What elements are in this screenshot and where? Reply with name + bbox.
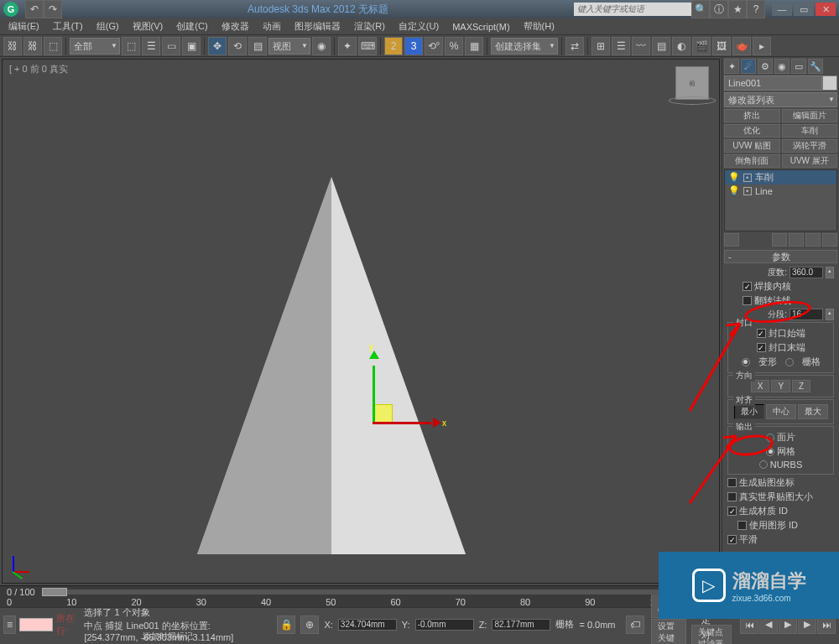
unlink-button[interactable]: ⛓̷: [23, 37, 42, 55]
pin-stack-button[interactable]: [724, 233, 739, 247]
keymode-button[interactable]: ⌨: [358, 37, 377, 55]
scale-button[interactable]: ▤: [248, 37, 267, 55]
modifier-stack[interactable]: 💡▪车削💡▪Line: [724, 169, 837, 231]
viewcube[interactable]: 前: [675, 66, 709, 100]
degrees-spinner[interactable]: 360.0: [789, 267, 823, 278]
menu-修改器[interactable]: 修改器: [216, 18, 254, 34]
menu-自定义(U)[interactable]: 自定义(U): [393, 18, 444, 34]
stack-item[interactable]: 💡▪车削: [725, 170, 836, 184]
menu-图形编辑器[interactable]: 图形编辑器: [289, 18, 346, 34]
output-patch-radio[interactable]: [766, 434, 774, 442]
modbtn-编辑面片[interactable]: 编辑面片: [782, 109, 838, 122]
make-unique-button[interactable]: [789, 233, 804, 247]
dir-z-button[interactable]: Z: [792, 380, 810, 392]
dir-x-button[interactable]: X: [751, 380, 770, 392]
rotate-button[interactable]: ⟲: [228, 37, 247, 55]
dir-y-button[interactable]: Y: [771, 380, 790, 392]
time-slider-handle[interactable]: [42, 588, 67, 596]
snap3d-button[interactable]: 3: [404, 37, 423, 55]
align-button[interactable]: ⊞: [591, 37, 610, 55]
refcoord-dropdown[interactable]: 视图: [268, 38, 310, 55]
layer-button[interactable]: ☰: [612, 37, 630, 55]
modifier-list-dropdown[interactable]: 修改器列表: [724, 92, 837, 107]
modbtn-涡轮平滑[interactable]: 涡轮平滑: [782, 139, 838, 153]
menu-编辑(E)[interactable]: 编辑(E): [3, 18, 44, 34]
menu-动画[interactable]: 动画: [258, 18, 286, 34]
absolute-mode-button[interactable]: ⊕: [300, 615, 319, 634]
menu-视图(V)[interactable]: 视图(V): [128, 18, 169, 34]
output-mesh-radio[interactable]: [766, 448, 774, 456]
segments-spinner[interactable]: 16: [789, 309, 823, 320]
hierarchy-tab[interactable]: ⚙: [758, 59, 773, 74]
restore-button[interactable]: ▭: [794, 3, 814, 16]
help-search-input[interactable]: 键入关键字或短语: [574, 3, 691, 16]
menu-组(G)[interactable]: 组(G): [91, 18, 124, 34]
move-gizmo[interactable]: y x: [367, 357, 435, 424]
help-dropdown[interactable]: ?: [747, 0, 765, 18]
flip-normals-checkbox[interactable]: [743, 296, 752, 305]
create-tab[interactable]: ✦: [724, 59, 739, 74]
menu-渲染(R)[interactable]: 渲染(R): [349, 18, 390, 34]
star-icon[interactable]: ★: [728, 0, 747, 18]
select-button[interactable]: ⬚: [122, 37, 140, 55]
stack-item[interactable]: 💡▪Line: [725, 184, 836, 197]
app-icon[interactable]: G: [3, 2, 18, 17]
addtime-label[interactable]: 添加时间标记: [143, 631, 193, 642]
menu-帮助(H)[interactable]: 帮助(H): [519, 18, 560, 34]
link-button[interactable]: ⛓: [3, 37, 22, 55]
select-name-button[interactable]: ☰: [142, 37, 160, 55]
motion-tab[interactable]: ◉: [774, 59, 789, 74]
menu-MAXScript(M)[interactable]: MAXScript(M): [447, 20, 514, 34]
coord-y-input[interactable]: -0.0mm: [415, 619, 474, 631]
render-frame-button[interactable]: 🖼: [712, 37, 731, 55]
smooth-checkbox[interactable]: ✓: [727, 535, 737, 544]
modbtn-车削[interactable]: 车削: [782, 124, 838, 138]
configure-sets-button[interactable]: [822, 233, 837, 247]
params-rollout-header[interactable]: 参数: [724, 250, 837, 263]
gen-map-checkbox[interactable]: [727, 478, 737, 487]
modbtn-挤出[interactable]: 挤出: [724, 109, 780, 122]
morph-radio[interactable]: [742, 358, 750, 366]
gen-mat-checkbox[interactable]: ✓: [727, 506, 737, 516]
coord-z-input[interactable]: 82.177mm: [492, 619, 550, 631]
render-setup-button[interactable]: 🎬: [692, 37, 711, 55]
real-world-checkbox[interactable]: [727, 492, 737, 501]
show-result-button[interactable]: [772, 233, 787, 247]
modify-tab[interactable]: ☄: [741, 59, 756, 74]
angle-snap-button[interactable]: ⟲°: [425, 37, 443, 55]
gizmo-xy-plane[interactable]: [374, 404, 393, 423]
mirror-button[interactable]: ⇄: [565, 37, 584, 55]
align-min-button[interactable]: 最小: [734, 404, 764, 419]
named-selset-dropdown[interactable]: 创建选择集: [491, 38, 558, 55]
gizmo-y-axis[interactable]: [373, 366, 375, 424]
modbtn-优化[interactable]: 优化: [724, 124, 780, 138]
spinner-snap-button[interactable]: ▦: [465, 37, 483, 55]
schematic-button[interactable]: ▤: [652, 37, 670, 55]
object-color-swatch[interactable]: [822, 75, 837, 91]
viewport-front[interactable]: [ + 0 前 0 真实 前 y x: [2, 59, 720, 584]
window-crossing-button[interactable]: ▣: [182, 37, 201, 55]
time-tag-button[interactable]: 🏷: [626, 615, 644, 634]
info-icon[interactable]: ⓘ: [710, 0, 728, 18]
align-max-button[interactable]: 最大: [798, 404, 828, 419]
rect-select-button[interactable]: ▭: [162, 37, 180, 55]
weld-core-checkbox[interactable]: ✓: [743, 282, 752, 291]
minimize-button[interactable]: —: [772, 3, 792, 16]
pivot-button[interactable]: ◉: [312, 37, 331, 55]
gizmo-x-axis[interactable]: [373, 422, 431, 424]
redo-button[interactable]: ↷: [44, 0, 62, 18]
display-tab[interactable]: ▭: [791, 59, 806, 74]
object-name-input[interactable]: Line001: [724, 75, 822, 91]
setkey-button[interactable]: 设置关键点: [651, 619, 687, 644]
help-icon[interactable]: 🔍: [691, 0, 710, 18]
snap2d-button[interactable]: 2: [384, 37, 403, 55]
menu-工具(T)[interactable]: 工具(T): [48, 18, 88, 34]
material-editor-button[interactable]: ◐: [672, 37, 690, 55]
modbtn-UVW 展开[interactable]: UVW 展开: [782, 154, 838, 168]
keyfilter-button[interactable]: 关键点过滤器: [691, 625, 732, 644]
selection-filter-dropdown[interactable]: 全部: [70, 38, 120, 55]
manip-button[interactable]: ✦: [338, 37, 357, 55]
align-center-button[interactable]: 中心: [766, 404, 796, 419]
lock-selection-button[interactable]: 🔒: [277, 615, 295, 634]
render-button[interactable]: 🫖: [732, 37, 751, 55]
